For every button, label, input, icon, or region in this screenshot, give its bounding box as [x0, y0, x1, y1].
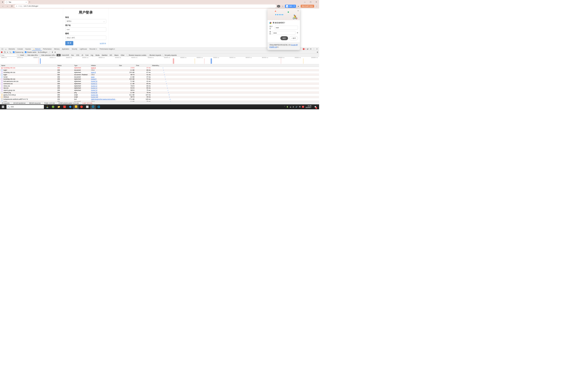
- ime-indicator[interactable]: 英: [299, 106, 301, 108]
- filter-type-font[interactable]: Font: [84, 54, 90, 56]
- network-row[interactable]: bootstrap.min.css403stylesheetlogin/:617…: [0, 67, 319, 69]
- taskbar-app-5[interactable]: 🟨: [73, 104, 79, 109]
- taskbar-clock[interactable]: 10:39 2024/5/7: [305, 105, 311, 108]
- tray-network-icon[interactable]: 🖧: [293, 106, 294, 108]
- invert-checkbox[interactable]: Invert: [18, 54, 24, 56]
- sms-login-link[interactable]: 短信登录: [100, 42, 106, 45]
- network-row[interactable]: commons.css200stylesheethome/:111.1 kB65…: [0, 83, 319, 85]
- third-party-checkbox[interactable]: 3rd-party requests: [162, 54, 177, 56]
- tray-volume-icon[interactable]: 🔊: [296, 106, 297, 108]
- taskbar-app-7[interactable]: ⬜: [85, 104, 90, 109]
- window-maximize-button[interactable]: ▢: [308, 0, 313, 4]
- filter-type-manifest[interactable]: Manifest: [101, 54, 108, 56]
- taskbar-app-chrome[interactable]: 🌐: [90, 104, 96, 109]
- filter-type-doc[interactable]: Doc: [70, 54, 75, 56]
- window-minimize-button[interactable]: —: [302, 0, 308, 4]
- network-row[interactable]: bootstrap.min.css200stylesheetlogin/:619…: [0, 71, 319, 74]
- col-name[interactable]: Name: [0, 64, 57, 67]
- network-row[interactable]: home/200documentlogin/1.3 kB37 ms: [0, 76, 319, 78]
- network-row[interactable]: fontawesome-webfont.woff2?v=4.7.0200font…: [0, 98, 319, 100]
- close-tab-icon[interactable]: ×: [26, 1, 27, 3]
- password-key-icon[interactable]: ⊶: [277, 5, 280, 7]
- devtools-tab-memory[interactable]: Memory: [53, 48, 61, 50]
- devtools-settings-icon[interactable]: ⚙: [309, 48, 312, 50]
- devtools-tab-performance[interactable]: Performance: [42, 48, 53, 50]
- back-button[interactable]: ←: [1, 4, 5, 8]
- filter-type-js[interactable]: JS: [80, 54, 84, 56]
- network-row[interactable]: login/302document / RedirectOther467 B41…: [0, 74, 319, 76]
- devtools-tab-network[interactable]: Network: [32, 48, 42, 51]
- network-row[interactable]: menu.js200scripthome/:102387 B39 ms: [0, 96, 319, 98]
- network-row[interactable]: default.png200pnghome/:301.2 kB78 ms: [0, 92, 319, 94]
- network-settings-icon[interactable]: ⚙: [317, 51, 318, 53]
- network-row[interactable]: font-awesome.min.css200stylesheethome/:1…: [0, 80, 319, 83]
- devtools-tab-sources[interactable]: Sources: [24, 48, 32, 50]
- taskbar-search[interactable]: 🔍 搜索: [6, 105, 44, 109]
- filter-input[interactable]: [1, 54, 17, 56]
- forward-button[interactable]: →: [6, 4, 9, 8]
- console-warning-badge[interactable]: ▮4: [307, 48, 309, 50]
- col-initiator[interactable]: Initiator: [90, 64, 118, 67]
- network-table-header[interactable]: Name Status Type Initiator Size Time Wat…: [0, 64, 319, 67]
- popup-close-icon[interactable]: ×: [297, 10, 299, 12]
- filter-type-other[interactable]: Other: [120, 54, 126, 56]
- network-row[interactable]: search-group.css200stylesheethome/:14905…: [0, 89, 319, 92]
- filter-type-img[interactable]: Img: [90, 54, 95, 56]
- device-toolbar-icon[interactable]: ▭: [4, 48, 7, 50]
- network-timeline[interactable]: 50000 ms100000 ms150000 ms200000 ms25000…: [0, 57, 319, 64]
- profile-avatar-icon[interactable]: ●: [297, 5, 300, 8]
- restart-to-update-button[interactable]: 重新启动即可更新: [301, 5, 314, 8]
- devtools-tab-elements[interactable]: Elements: [7, 48, 16, 50]
- devtools-tab-lighthouse[interactable]: Lighthouse: [78, 48, 88, 50]
- taskbar-app-4[interactable]: 🔷: [67, 104, 73, 109]
- password-input[interactable]: [65, 35, 106, 40]
- hide-data-urls-checkbox[interactable]: Hide data URLs: [25, 54, 38, 56]
- devtools-tab-performance-insights[interactable]: Performance insights ⚗: [98, 48, 116, 50]
- taskbar-app-wps[interactable]: 🟥: [61, 104, 67, 109]
- throttling-select[interactable]: No throttling ▾: [38, 51, 47, 53]
- reload-button[interactable]: ⟳: [10, 4, 14, 8]
- network-row[interactable]: nav.css200stylesheethome/:13913 B66 ms: [0, 87, 319, 89]
- notification-center-icon[interactable]: 💬1: [313, 104, 318, 109]
- tray-cloud-icon[interactable]: ☁: [290, 106, 291, 108]
- devtools-tab-recorder[interactable]: Recorder ⚗: [88, 48, 98, 50]
- taskbar-app-1[interactable]: 🏝️: [44, 104, 50, 109]
- popup-username-input[interactable]: [275, 26, 298, 29]
- preserve-log-checkbox[interactable]: Preserve log: [13, 51, 23, 53]
- filter-type-ws[interactable]: WS: [108, 54, 113, 56]
- clear-button[interactable]: [4, 51, 6, 53]
- address-bar[interactable]: ⚠ 不安全 124.71.86.250/login/: [15, 4, 276, 8]
- devtools-tab-console[interactable]: Console: [16, 48, 24, 50]
- eye-icon[interactable]: 👁: [297, 32, 298, 34]
- new-tab-button[interactable]: +: [28, 1, 32, 3]
- devtools-more-icon[interactable]: ⋮: [312, 48, 315, 50]
- never-button[interactable]: 一律不: [289, 36, 298, 40]
- search-icon[interactable]: 🔍: [9, 51, 11, 53]
- col-type[interactable]: Type: [73, 64, 90, 67]
- taskbar-app-wechat[interactable]: 🟢: [50, 104, 56, 109]
- col-time[interactable]: Time: [135, 64, 151, 67]
- network-row[interactable]: menu.css200stylesheethome/:12732 B66 ms: [0, 85, 319, 87]
- blocked-cookies-checkbox[interactable]: Blocked response cookies: [127, 54, 146, 56]
- chrome-menu-icon[interactable]: ⋮: [315, 5, 318, 8]
- tray-chevron-icon[interactable]: ˄: [284, 106, 285, 108]
- filter-funnel-icon[interactable]: ▾: [7, 51, 8, 53]
- username-input[interactable]: [65, 27, 106, 31]
- login-button[interactable]: 登 录: [65, 41, 73, 45]
- browser-tab[interactable]: Title ×: [5, 0, 28, 4]
- network-row[interactable]: login/200documentOther1.4 kB68 ms: [0, 69, 319, 71]
- taskbar-app-explorer[interactable]: 📁: [56, 104, 61, 109]
- devtools-tab-application[interactable]: Application: [61, 48, 70, 50]
- filter-type-media[interactable]: Media: [95, 54, 101, 56]
- network-row[interactable]: bootstrap.min.css200stylesheethome/:919.…: [0, 78, 319, 80]
- bookmark-star-icon[interactable]: ☆: [281, 5, 284, 8]
- col-status[interactable]: Status: [57, 64, 73, 67]
- col-size[interactable]: Size: [118, 64, 135, 67]
- devtools-tab-security[interactable]: Security: [70, 48, 78, 50]
- network-row[interactable]: jquery-3.6.0.min.js200scripthome/:10131.…: [0, 94, 319, 96]
- filter-type-fetch-xhr[interactable]: Fetch/XHR: [61, 54, 70, 56]
- col-waterfall[interactable]: Waterfall ▴: [151, 64, 173, 67]
- taskbar-app-6[interactable]: 🔴: [79, 104, 85, 109]
- wifi-icon[interactable]: ⋰: [49, 51, 50, 53]
- ime-app-icon[interactable]: S: [302, 106, 304, 108]
